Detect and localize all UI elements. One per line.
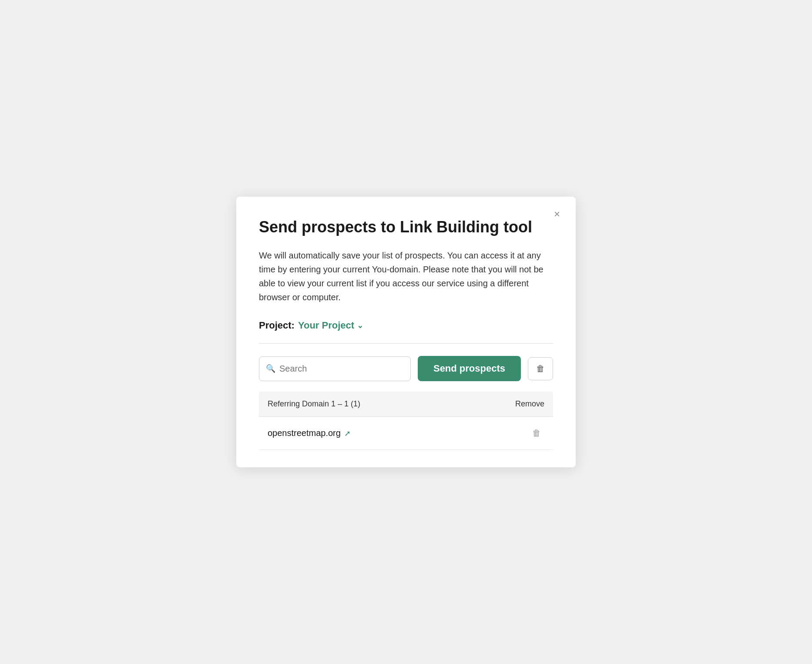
modal-title: Send prospects to Link Building tool	[259, 218, 553, 236]
modal-dialog: × Send prospects to Link Building tool W…	[236, 197, 576, 467]
delete-all-button[interactable]: 🗑	[528, 357, 553, 380]
modal-description: We will automatically save your list of …	[259, 248, 553, 304]
project-dropdown[interactable]: Your Project ⌄	[298, 320, 363, 331]
close-button[interactable]: ×	[550, 207, 564, 221]
project-name: Your Project	[298, 320, 354, 331]
external-link-icon[interactable]: ➚	[344, 429, 351, 438]
table-header: Referring Domain 1 – 1 (1) Remove	[259, 392, 553, 417]
search-wrapper: 🔍	[259, 356, 411, 381]
actions-row: 🔍 Send prospects 🗑	[259, 356, 553, 381]
prospects-table: Referring Domain 1 – 1 (1) Remove openst…	[259, 392, 553, 450]
send-prospects-button[interactable]: Send prospects	[418, 356, 521, 381]
domain-name: openstreetmap.org	[268, 428, 341, 438]
row-delete-button[interactable]: 🗑	[529, 426, 544, 440]
trash-icon: 🗑	[536, 364, 545, 374]
remove-column-header[interactable]: Remove	[515, 399, 544, 409]
domain-cell: openstreetmap.org ➚	[268, 428, 351, 438]
project-label: Project:	[259, 320, 295, 331]
domain-column-header: Referring Domain 1 – 1 (1)	[268, 399, 360, 409]
chevron-down-icon: ⌄	[357, 321, 363, 330]
project-row: Project: Your Project ⌄	[259, 320, 553, 331]
search-icon: 🔍	[266, 364, 275, 373]
trash-icon: 🗑	[532, 428, 541, 438]
search-input[interactable]	[259, 356, 411, 381]
divider	[259, 343, 553, 344]
table-row: openstreetmap.org ➚ 🗑	[259, 417, 553, 450]
